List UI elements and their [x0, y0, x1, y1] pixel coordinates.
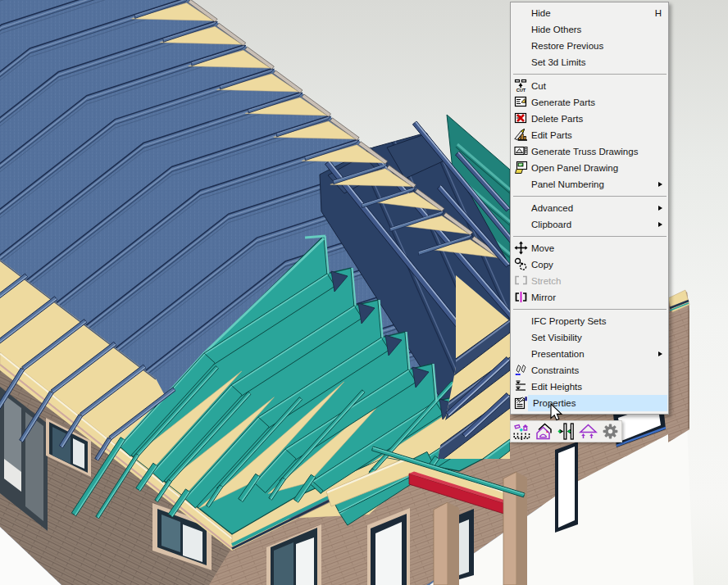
svg-text:CUT: CUT — [516, 88, 526, 93]
